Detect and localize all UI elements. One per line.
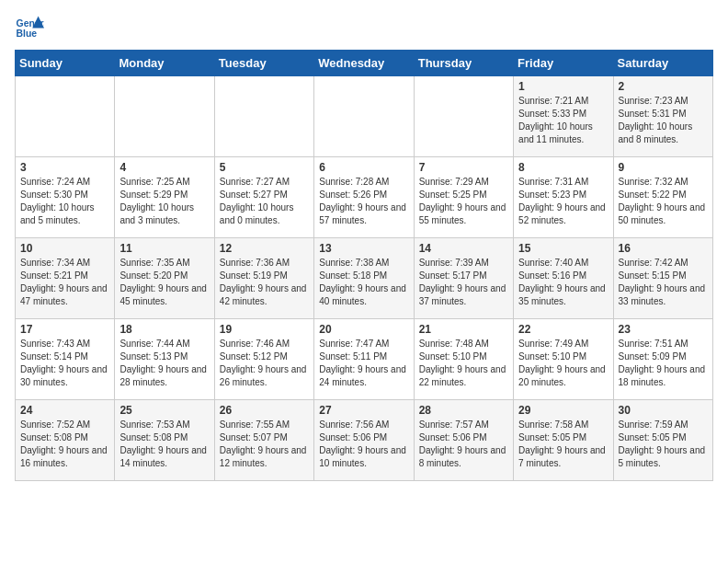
day-info: Sunrise: 7:48 AMSunset: 5:10 PMDaylight:… (419, 338, 508, 389)
day-number: 2 (619, 80, 708, 93)
day-number: 3 (20, 161, 109, 174)
day-number: 23 (619, 323, 708, 336)
calendar-cell: 18Sunrise: 7:44 AMSunset: 5:13 PMDayligh… (115, 319, 214, 400)
calendar-cell: 1Sunrise: 7:21 AMSunset: 5:33 PMDaylight… (514, 76, 613, 157)
day-info: Sunrise: 7:28 AMSunset: 5:26 PMDaylight:… (319, 176, 408, 227)
day-number: 6 (319, 161, 408, 174)
calendar-cell: 23Sunrise: 7:51 AMSunset: 5:09 PMDayligh… (613, 319, 712, 400)
calendar-cell: 9Sunrise: 7:32 AMSunset: 5:22 PMDaylight… (613, 157, 712, 238)
svg-text:Blue: Blue (17, 29, 38, 39)
day-info: Sunrise: 7:53 AMSunset: 5:08 PMDaylight:… (119, 419, 209, 470)
calendar-cell: 3Sunrise: 7:24 AMSunset: 5:30 PMDaylight… (16, 157, 115, 238)
calendar-cell: 12Sunrise: 7:36 AMSunset: 5:19 PMDayligh… (214, 238, 313, 319)
header-day-tuesday: Tuesday (214, 51, 313, 76)
calendar-cell: 29Sunrise: 7:58 AMSunset: 5:05 PMDayligh… (514, 400, 613, 481)
day-info: Sunrise: 7:51 AMSunset: 5:09 PMDaylight:… (619, 338, 708, 389)
calendar-cell (115, 76, 214, 157)
calendar-cell: 5Sunrise: 7:27 AMSunset: 5:27 PMDaylight… (214, 157, 313, 238)
calendar-week-3: 10Sunrise: 7:34 AMSunset: 5:21 PMDayligh… (16, 238, 713, 319)
day-info: Sunrise: 7:38 AMSunset: 5:18 PMDaylight:… (319, 257, 408, 308)
day-info: Sunrise: 7:59 AMSunset: 5:05 PMDaylight:… (619, 419, 708, 470)
calendar-cell: 19Sunrise: 7:46 AMSunset: 5:12 PMDayligh… (214, 319, 313, 400)
calendar-cell: 2Sunrise: 7:23 AMSunset: 5:31 PMDaylight… (613, 76, 712, 157)
day-info: Sunrise: 7:25 AMSunset: 5:29 PMDaylight:… (119, 176, 209, 227)
day-info: Sunrise: 7:35 AMSunset: 5:20 PMDaylight:… (119, 257, 209, 308)
calendar-cell: 27Sunrise: 7:56 AMSunset: 5:06 PMDayligh… (314, 400, 414, 481)
day-number: 18 (119, 323, 209, 336)
logo: General Blue (15, 15, 48, 40)
day-info: Sunrise: 7:42 AMSunset: 5:15 PMDaylight:… (619, 257, 708, 308)
day-number: 15 (518, 242, 608, 255)
day-info: Sunrise: 7:46 AMSunset: 5:12 PMDaylight:… (220, 338, 309, 389)
calendar-week-4: 17Sunrise: 7:43 AMSunset: 5:14 PMDayligh… (16, 319, 713, 400)
day-info: Sunrise: 7:47 AMSunset: 5:11 PMDaylight:… (319, 338, 408, 389)
calendar-cell: 28Sunrise: 7:57 AMSunset: 5:06 PMDayligh… (414, 400, 513, 481)
header-day-friday: Friday (514, 51, 613, 76)
calendar-cell: 26Sunrise: 7:55 AMSunset: 5:07 PMDayligh… (214, 400, 313, 481)
day-info: Sunrise: 7:27 AMSunset: 5:27 PMDaylight:… (220, 176, 309, 227)
header-day-saturday: Saturday (613, 51, 712, 76)
header-day-wednesday: Wednesday (314, 51, 414, 76)
day-number: 29 (518, 404, 608, 417)
day-number: 21 (419, 323, 508, 336)
calendar-cell (314, 76, 414, 157)
day-number: 1 (518, 80, 608, 93)
calendar-cell: 7Sunrise: 7:29 AMSunset: 5:25 PMDaylight… (414, 157, 513, 238)
day-number: 30 (619, 404, 708, 417)
calendar-cell: 13Sunrise: 7:38 AMSunset: 5:18 PMDayligh… (314, 238, 414, 319)
day-info: Sunrise: 7:52 AMSunset: 5:08 PMDaylight:… (20, 419, 109, 470)
calendar-cell (414, 76, 513, 157)
day-number: 4 (119, 161, 209, 174)
calendar-cell: 16Sunrise: 7:42 AMSunset: 5:15 PMDayligh… (613, 238, 712, 319)
day-number: 26 (220, 404, 309, 417)
day-info: Sunrise: 7:55 AMSunset: 5:07 PMDaylight:… (220, 419, 309, 470)
calendar-cell: 22Sunrise: 7:49 AMSunset: 5:10 PMDayligh… (514, 319, 613, 400)
day-number: 20 (319, 323, 408, 336)
day-number: 10 (20, 242, 109, 255)
calendar-cell: 6Sunrise: 7:28 AMSunset: 5:26 PMDaylight… (314, 157, 414, 238)
day-number: 25 (119, 404, 209, 417)
calendar-cell: 8Sunrise: 7:31 AMSunset: 5:23 PMDaylight… (514, 157, 613, 238)
calendar-cell: 24Sunrise: 7:52 AMSunset: 5:08 PMDayligh… (16, 400, 115, 481)
day-number: 7 (419, 161, 508, 174)
day-info: Sunrise: 7:49 AMSunset: 5:10 PMDaylight:… (518, 338, 608, 389)
day-info: Sunrise: 7:23 AMSunset: 5:31 PMDaylight:… (619, 95, 708, 146)
calendar-cell: 20Sunrise: 7:47 AMSunset: 5:11 PMDayligh… (314, 319, 414, 400)
day-info: Sunrise: 7:21 AMSunset: 5:33 PMDaylight:… (518, 95, 608, 146)
day-number: 13 (319, 242, 408, 255)
calendar-cell: 10Sunrise: 7:34 AMSunset: 5:21 PMDayligh… (16, 238, 115, 319)
day-info: Sunrise: 7:43 AMSunset: 5:14 PMDaylight:… (20, 338, 109, 389)
header-day-monday: Monday (115, 51, 214, 76)
day-info: Sunrise: 7:40 AMSunset: 5:16 PMDaylight:… (518, 257, 608, 308)
day-info: Sunrise: 7:57 AMSunset: 5:06 PMDaylight:… (419, 419, 508, 470)
day-number: 17 (20, 323, 109, 336)
calendar-week-1: 1Sunrise: 7:21 AMSunset: 5:33 PMDaylight… (16, 76, 713, 157)
day-info: Sunrise: 7:31 AMSunset: 5:23 PMDaylight:… (518, 176, 608, 227)
day-info: Sunrise: 7:36 AMSunset: 5:19 PMDaylight:… (220, 257, 309, 308)
day-number: 22 (518, 323, 608, 336)
day-number: 27 (319, 404, 408, 417)
calendar-cell: 17Sunrise: 7:43 AMSunset: 5:14 PMDayligh… (16, 319, 115, 400)
day-number: 16 (619, 242, 708, 255)
day-info: Sunrise: 7:24 AMSunset: 5:30 PMDaylight:… (20, 176, 109, 227)
calendar-week-2: 3Sunrise: 7:24 AMSunset: 5:30 PMDaylight… (16, 157, 713, 238)
day-info: Sunrise: 7:34 AMSunset: 5:21 PMDaylight:… (20, 257, 109, 308)
calendar-cell (214, 76, 313, 157)
day-number: 28 (419, 404, 508, 417)
calendar-cell (16, 76, 115, 157)
calendar-cell: 14Sunrise: 7:39 AMSunset: 5:17 PMDayligh… (414, 238, 513, 319)
calendar-header: SundayMondayTuesdayWednesdayThursdayFrid… (16, 51, 713, 76)
header-day-thursday: Thursday (414, 51, 513, 76)
calendar-cell: 11Sunrise: 7:35 AMSunset: 5:20 PMDayligh… (115, 238, 214, 319)
day-number: 5 (220, 161, 309, 174)
calendar-cell: 4Sunrise: 7:25 AMSunset: 5:29 PMDaylight… (115, 157, 214, 238)
calendar-cell: 25Sunrise: 7:53 AMSunset: 5:08 PMDayligh… (115, 400, 214, 481)
day-number: 11 (119, 242, 209, 255)
calendar-body: 1Sunrise: 7:21 AMSunset: 5:33 PMDaylight… (16, 76, 713, 481)
calendar-cell: 21Sunrise: 7:48 AMSunset: 5:10 PMDayligh… (414, 319, 513, 400)
calendar-cell: 30Sunrise: 7:59 AMSunset: 5:05 PMDayligh… (613, 400, 712, 481)
day-number: 9 (619, 161, 708, 174)
day-info: Sunrise: 7:58 AMSunset: 5:05 PMDaylight:… (518, 419, 608, 470)
day-info: Sunrise: 7:39 AMSunset: 5:17 PMDaylight:… (419, 257, 508, 308)
day-number: 12 (220, 242, 309, 255)
